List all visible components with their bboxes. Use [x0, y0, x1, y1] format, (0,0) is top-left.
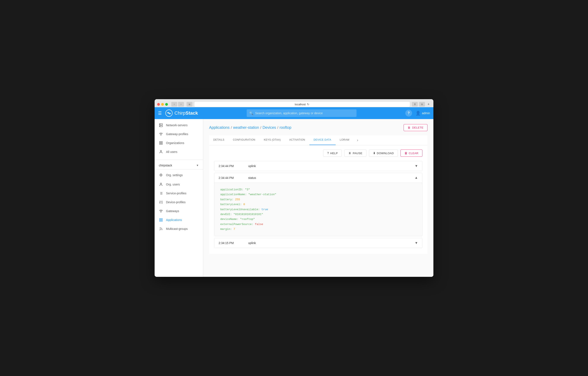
sidebar: Network-servers Gateway-profiles: [155, 119, 203, 277]
search-icon: 🔍: [249, 111, 253, 115]
org-selector[interactable]: chirpstack ▼: [155, 162, 203, 169]
json-line-battery: battery: 255: [220, 197, 416, 202]
svg-point-33: [160, 230, 160, 230]
minimize-button[interactable]: [161, 103, 164, 106]
sidebar-item-multicast-groups[interactable]: Multicast-groups: [155, 224, 203, 233]
logo-area[interactable]: Chirp Stack: [165, 109, 198, 117]
breadcrumb-rooftop[interactable]: rooftop: [280, 125, 292, 130]
pause-icon: ⏸: [348, 151, 351, 155]
svg-rect-9: [159, 143, 160, 144]
search-bar[interactable]: 🔍 Search organization, application, gate…: [247, 109, 357, 117]
breadcrumb-row: Applications / weather-station / Devices…: [209, 124, 428, 131]
sidebar-label-network-servers: Network-servers: [166, 123, 188, 127]
expand-icon-3: ▼: [415, 241, 418, 245]
device-profiles-icon: [159, 200, 163, 204]
data-entry-3: 2:34:15 PM uplink ▼: [214, 238, 422, 248]
download-button[interactable]: ⬇ DOWNLOAD: [369, 150, 398, 157]
expand-icon-1: ▼: [415, 164, 418, 168]
logo-icon: [165, 109, 173, 117]
tab-configuration[interactable]: CONFIGURATION: [229, 135, 260, 145]
address-bar[interactable]: localhost ↻: [194, 101, 410, 107]
sidebar-item-all-users[interactable]: All users: [155, 147, 203, 156]
breadcrumb-weather-station[interactable]: weather-station: [233, 125, 259, 130]
svg-point-28: [161, 212, 161, 212]
data-entry-1-timestamp: 2:34:44 PM: [219, 164, 248, 168]
svg-point-5: [160, 126, 160, 126]
pause-button[interactable]: ⏸ PAUSE: [344, 150, 366, 157]
breadcrumb: Applications / weather-station / Devices…: [209, 125, 292, 130]
help-button[interactable]: ?: [405, 110, 412, 117]
data-entry-2-body: applicationID: "3" applicationName: "wea…: [214, 183, 422, 236]
svg-rect-29: [159, 219, 160, 220]
sidebar-label-all-users: All users: [166, 150, 178, 154]
breadcrumb-devices[interactable]: Devices: [262, 125, 276, 130]
nav-buttons: ‹ ›: [171, 102, 184, 107]
tab-keys-otaa[interactable]: KEYS (OTAA): [260, 135, 285, 145]
hamburger-menu[interactable]: ☰: [158, 111, 162, 116]
data-entry-2-header[interactable]: 2:34:44 PM status ▼: [214, 173, 422, 183]
all-users-icon: [159, 150, 163, 154]
svg-rect-31: [159, 220, 160, 221]
tab-loraw[interactable]: LORAW: [336, 135, 354, 145]
app-container: ☰ Chirp Stack 🔍 Search organization, app…: [155, 107, 433, 277]
sidebar-divider: [155, 160, 203, 160]
refresh-icon[interactable]: ↻: [307, 103, 309, 106]
user-area[interactable]: 👤 admin: [415, 111, 430, 116]
sidebar-item-service-profiles[interactable]: Service-profiles: [155, 189, 203, 198]
sidebar-item-applications[interactable]: Applications: [155, 215, 203, 224]
sidebar-label-gateway-profiles: Gateway-profiles: [166, 133, 188, 136]
new-tab-button[interactable]: ⧉: [419, 102, 425, 107]
sidebar-label-service-profiles: Service-profiles: [166, 192, 186, 195]
svg-rect-10: [161, 143, 162, 144]
add-button[interactable]: +: [426, 102, 431, 107]
action-buttons-row: ? HELP ⏸ PAUSE ⬇ DOWNLOAD 🗑: [214, 150, 422, 157]
clear-button[interactable]: 🗑 CLEAR: [400, 150, 422, 157]
server-icon: [159, 123, 163, 127]
sidebar-label-org-users: Org. users: [166, 183, 180, 186]
forward-button[interactable]: ›: [178, 102, 184, 107]
tabs-row: DETAILS CONFIGURATION KEYS (OTAA) ACTIVA…: [209, 135, 428, 145]
sidebar-toggle-button[interactable]: ⊞: [187, 102, 192, 107]
json-line-applicationID: applicationID: "3": [220, 187, 416, 192]
traffic-lights: [157, 103, 168, 106]
sidebar-item-device-profiles[interactable]: Device-profiles: [155, 198, 203, 207]
sidebar-label-organizations: Organizations: [166, 141, 184, 145]
sidebar-item-org-users[interactable]: Org. users: [155, 180, 203, 189]
data-entry-2-timestamp: 2:34:44 PM: [219, 176, 248, 179]
sidebar-item-organizations[interactable]: Organizations: [155, 139, 203, 147]
sidebar-item-gateway-profiles[interactable]: Gateway-profiles: [155, 130, 203, 139]
json-line-externalPowerSource: externalPowerSource: false: [220, 222, 416, 227]
fullscreen-button[interactable]: [165, 103, 168, 106]
service-profiles-icon: [159, 191, 163, 195]
delete-button[interactable]: 🗑 DELETE: [404, 124, 428, 131]
breadcrumb-applications[interactable]: Applications: [209, 125, 230, 130]
close-button[interactable]: [157, 103, 160, 106]
browser-chrome: ‹ › ⊞ localhost ↻ ⬆ ⧉ +: [155, 99, 433, 107]
tab-device-data[interactable]: DEVICE DATA: [309, 135, 336, 145]
sidebar-item-org-settings[interactable]: ⚙ Org. settings: [155, 170, 203, 180]
tab-activation[interactable]: ACTIVATION: [285, 135, 309, 145]
back-button[interactable]: ‹: [171, 102, 177, 107]
sidebar-item-network-servers[interactable]: Network-servers: [155, 121, 203, 130]
json-line-batteryLevelUnavailable: batteryLevelUnavailable: true: [220, 207, 416, 212]
breadcrumb-sep-1: /: [231, 126, 232, 130]
help-button[interactable]: ? HELP: [323, 150, 342, 157]
svg-rect-32: [161, 220, 162, 221]
data-entry-2: 2:34:44 PM status ▼ applicationID: "3" a…: [214, 173, 422, 236]
svg-point-4: [160, 124, 160, 124]
tab-details[interactable]: DETAILS: [209, 135, 229, 145]
share-button[interactable]: ⬆: [412, 102, 418, 107]
applications-icon: [159, 218, 163, 222]
data-entry-1-header[interactable]: 2:34:44 PM uplink ▼: [214, 161, 422, 171]
json-line-margin: margin: 7: [220, 227, 416, 232]
data-entry-3-type: uplink: [248, 241, 415, 245]
chevron-down-icon: ▼: [196, 164, 199, 167]
sidebar-item-gateways[interactable]: Gateways: [155, 207, 203, 215]
device-data-panel: ? HELP ⏸ PAUSE ⬇ DOWNLOAD 🗑: [209, 145, 428, 254]
sidebar-label-multicast-groups: Multicast-groups: [166, 227, 188, 231]
data-entry-3-header[interactable]: 2:34:15 PM uplink ▼: [214, 238, 422, 248]
main-area: Network-servers Gateway-profiles: [155, 119, 433, 277]
org-users-icon: [159, 183, 163, 186]
org-selector-name: chirpstack: [159, 164, 172, 167]
tab-more[interactable]: ›: [354, 135, 362, 145]
